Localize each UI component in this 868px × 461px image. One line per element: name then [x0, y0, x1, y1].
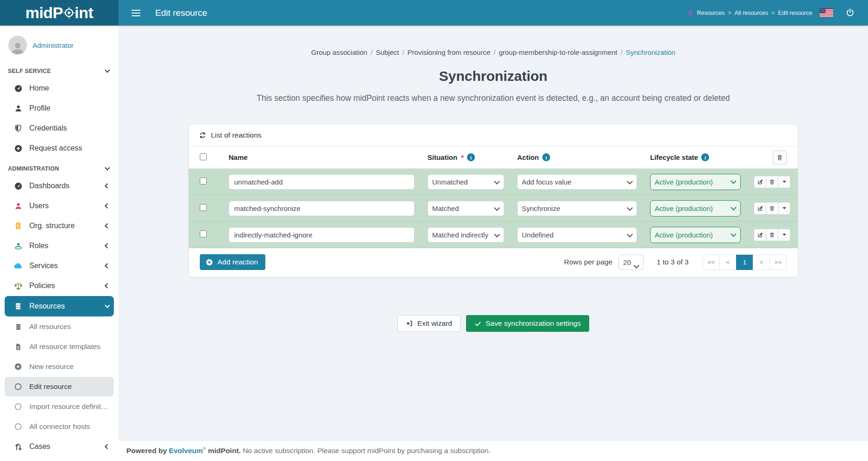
pagination-summary: 1 to 3 of 3 [657, 258, 689, 266]
navbar-breadcrumb: Resources > All resources > Edit resourc… [687, 9, 812, 16]
exit-icon [406, 320, 413, 327]
wizard-breadcrumb-item[interactable]: group-membership-to-role-assignment [499, 48, 617, 56]
delete-selected-button[interactable] [773, 151, 787, 165]
navbar-breadcrumb-resources[interactable]: Resources [697, 10, 725, 16]
sidebar-item-users[interactable]: Users [5, 196, 114, 216]
sidebar-item-org-structure[interactable]: Org. structure [5, 216, 114, 236]
dashboard-icon [13, 182, 23, 191]
select-all-checkbox[interactable] [200, 153, 207, 160]
sidebar-item-roles[interactable]: Roles [5, 236, 114, 256]
column-header-situation: Situation*i [427, 153, 504, 161]
sidebar-username-link[interactable]: Administrator [33, 41, 73, 49]
row-menu-button[interactable] [778, 202, 790, 215]
sidebar-item-dashboards[interactable]: Dashboards [5, 176, 114, 196]
lifecycle-select[interactable]: Active (production) [650, 174, 741, 190]
wizard-breadcrumb-current[interactable]: Synchronization [626, 48, 676, 56]
sidebar-item-request-access[interactable]: Request access [5, 138, 114, 158]
chevron-left-icon [105, 444, 110, 449]
sidebar: Administrator SELF SERVICE Home Profile … [0, 26, 118, 461]
edit-icon [757, 231, 763, 238]
sidebar-item-profile[interactable]: Profile [5, 99, 114, 118]
sidebar-item-policies[interactable]: Policies [5, 276, 114, 296]
page-footer: Powered by Evolveum® midPoint. No active… [118, 440, 868, 461]
table-row: Matched Synchronize Active (production) [189, 195, 798, 222]
evolveum-link[interactable]: Evolveum [169, 447, 203, 454]
reaction-name-input[interactable] [229, 201, 414, 216]
table-row: Unmatched Add focus value Active (produc… [189, 169, 798, 195]
info-icon[interactable]: i [467, 153, 475, 161]
edit-icon [757, 178, 763, 185]
info-icon[interactable]: i [701, 153, 709, 161]
wizard-actions: Exit wizard Save synchronization setting… [189, 315, 798, 332]
pagination-first-button[interactable]: << [703, 255, 720, 270]
edit-row-button[interactable] [754, 229, 766, 241]
refresh-icon[interactable] [199, 132, 206, 139]
plus-circle-icon [13, 362, 23, 371]
main-content: Group association/Subject/Provisioning f… [118, 26, 868, 461]
delete-row-button[interactable] [766, 176, 778, 188]
sidebar-section-administration[interactable]: ADMINISTRATION [0, 158, 118, 176]
action-select[interactable]: Undefined [517, 227, 637, 243]
exit-wizard-button[interactable]: Exit wizard [397, 315, 460, 332]
menu-toggle-button[interactable] [129, 7, 143, 19]
sidebar-section-self-service[interactable]: SELF SERVICE [0, 61, 118, 78]
situation-select[interactable]: Unmatched [427, 174, 504, 190]
resource-db-icon [687, 9, 694, 16]
sidebar-item-credentials[interactable]: Credentials [5, 119, 114, 138]
row-menu-button[interactable] [778, 176, 790, 188]
sidebar-item-all-resource-templates[interactable]: All resource templates [5, 337, 114, 356]
role-icon [13, 242, 23, 250]
wizard-breadcrumb-item[interactable]: Provisioning from resource [408, 48, 490, 56]
add-reaction-button[interactable]: Add reaction [200, 254, 265, 270]
wizard-breadcrumb-item[interactable]: Subject [376, 48, 399, 56]
sidebar-item-home[interactable]: Home [5, 79, 114, 98]
reaction-name-input[interactable] [229, 227, 414, 243]
delete-row-button[interactable] [766, 229, 778, 241]
trash-icon [769, 232, 775, 238]
trash-icon [769, 205, 775, 211]
sidebar-item-all-resources[interactable]: All resources [5, 317, 114, 336]
lifecycle-select[interactable]: Active (production) [650, 200, 741, 217]
edit-row-button[interactable] [754, 176, 766, 188]
sidebar-item-all-connector-hosts[interactable]: All connector hosts [5, 417, 114, 436]
delete-row-button[interactable] [766, 202, 778, 215]
action-select[interactable]: Synchronize [517, 201, 637, 216]
sidebar-item-resources[interactable]: Resources [5, 296, 114, 316]
wizard-breadcrumb: Group association/Subject/Provisioning f… [189, 48, 798, 56]
row-menu-button[interactable] [778, 229, 790, 241]
row-checkbox[interactable] [200, 178, 207, 184]
sidebar-item-edit-resource[interactable]: Edit resource [5, 377, 114, 396]
wizard-step-title: Synchronization [189, 68, 798, 84]
action-select[interactable]: Add focus value [517, 174, 637, 190]
navbar-breadcrumb-all-resources[interactable]: All resources [735, 10, 768, 16]
pagination-page-1-button[interactable]: 1 [736, 255, 753, 270]
rows-per-page-select[interactable]: 20 [618, 255, 644, 270]
logout-button[interactable] [845, 8, 855, 18]
chevron-left-icon [105, 223, 110, 228]
language-flag-icon[interactable] [820, 8, 833, 17]
sidebar-item-cases[interactable]: Cases [5, 437, 114, 456]
pagination-next-button[interactable]: > [753, 255, 770, 270]
sidebar-item-import-resource-definition[interactable]: Import resource definit… [5, 397, 114, 416]
situation-select[interactable]: Matched [427, 201, 504, 216]
save-synchronization-settings-button[interactable]: Save synchronization settings [466, 315, 589, 332]
row-checkbox[interactable] [200, 230, 207, 237]
row-checkbox[interactable] [200, 204, 207, 211]
app-logo[interactable]: midPint [0, 0, 118, 26]
navbar-breadcrumb-edit-resource[interactable]: Edit resource [778, 10, 812, 16]
situation-select[interactable]: Matched indirectly [427, 227, 504, 243]
lifecycle-select[interactable]: Active (production) [650, 227, 741, 243]
cloud-icon [13, 261, 23, 270]
sidebar-item-new-resource[interactable]: New resource [5, 357, 114, 376]
pagination-prev-button[interactable]: < [719, 255, 736, 270]
info-icon[interactable]: i [542, 153, 550, 161]
sidebar-item-services[interactable]: Services [5, 256, 114, 276]
pagination-last-button[interactable]: >> [769, 255, 787, 270]
logo-text-post: int [75, 4, 93, 22]
wizard-step-description: This section specifies how midPoint reac… [250, 92, 736, 104]
database-icon [13, 323, 23, 331]
wizard-breadcrumb-item[interactable]: Group association [311, 48, 368, 56]
avatar[interactable] [8, 36, 27, 54]
edit-row-button[interactable] [754, 202, 766, 215]
reaction-name-input[interactable] [229, 174, 414, 190]
